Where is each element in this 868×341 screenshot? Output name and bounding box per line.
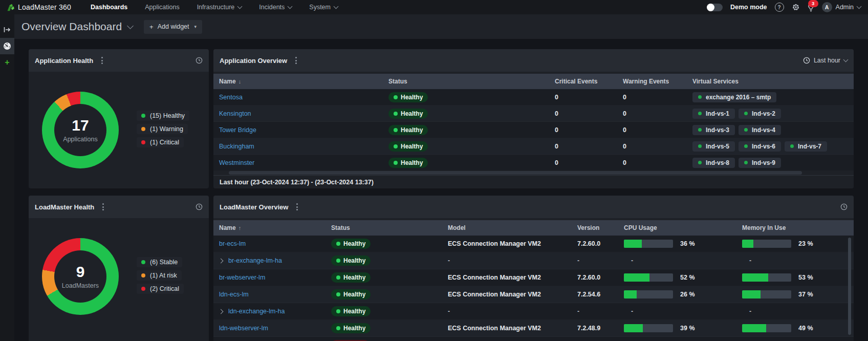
status-label: Healthy bbox=[401, 94, 423, 101]
cpu-usage-value: - bbox=[631, 308, 633, 315]
status-label: Healthy bbox=[343, 291, 365, 298]
status-badge: Healthy bbox=[331, 306, 371, 316]
application-name-link[interactable]: Tower Bridge bbox=[219, 126, 256, 134]
virtual-service-name: lnd-vs-5 bbox=[706, 143, 729, 150]
sidebar-expand-button[interactable] bbox=[0, 22, 14, 38]
nav-item-infrastructure[interactable]: Infrastructure bbox=[197, 4, 242, 11]
user-name: Admin bbox=[836, 4, 854, 11]
memory-in-use-value-bar bbox=[742, 240, 791, 248]
nav-item-system[interactable]: System bbox=[309, 4, 338, 11]
brand[interactable]: LoadMaster 360 bbox=[0, 3, 71, 12]
clock-icon[interactable] bbox=[196, 57, 203, 64]
legend-item-stable[interactable]: (6) Stable bbox=[137, 257, 182, 267]
virtual-service-tag[interactable]: exchange 2016 – smtp bbox=[692, 92, 776, 102]
virtual-service-name: lnd-vs-4 bbox=[752, 126, 775, 134]
application-name-link[interactable]: Sentosa bbox=[219, 94, 243, 101]
cpu-usage-value: 26 % bbox=[680, 291, 695, 298]
memory-in-use-value-bar bbox=[742, 273, 791, 282]
virtual-service-tag[interactable]: lnd-vs-4 bbox=[739, 125, 781, 135]
column-header-model[interactable]: Model bbox=[448, 220, 466, 236]
virtual-service-name: lnd-vs-1 bbox=[706, 110, 729, 117]
service-status-dot bbox=[744, 144, 748, 148]
clock-icon[interactable] bbox=[196, 203, 203, 210]
horizontal-scrollbar[interactable] bbox=[229, 171, 802, 175]
expand-chevron-icon[interactable] bbox=[219, 258, 224, 263]
kebab-menu-icon[interactable] bbox=[99, 55, 105, 66]
legend-item-critical[interactable]: (2) Critical bbox=[137, 284, 184, 294]
donut-center-label: Applications bbox=[63, 136, 97, 143]
column-header-name[interactable]: Name↑ bbox=[219, 220, 241, 236]
column-header-memory-in-use[interactable]: Memory In Use bbox=[742, 220, 786, 236]
kebab-menu-icon[interactable] bbox=[293, 55, 299, 66]
column-header-virtual-services[interactable]: Virtual Services bbox=[692, 74, 739, 89]
virtual-service-tag[interactable]: lnd-vs-7 bbox=[785, 141, 827, 152]
status-label: Healthy bbox=[401, 126, 423, 134]
kebab-menu-icon[interactable] bbox=[294, 201, 300, 212]
sidebar: + bbox=[0, 14, 14, 341]
virtual-service-tag[interactable]: lnd-vs-6 bbox=[739, 141, 781, 152]
nav-item-incidents[interactable]: Incidents bbox=[259, 4, 292, 11]
vertical-scrollbar[interactable] bbox=[848, 238, 851, 335]
settings-button[interactable] bbox=[792, 3, 800, 11]
kebab-menu-icon[interactable] bbox=[100, 201, 106, 212]
column-header-warning-events[interactable]: Warning Events bbox=[623, 74, 669, 89]
application-name-link[interactable]: Buckingham bbox=[219, 143, 254, 150]
loadmaster-name-link[interactable]: br-ecs-lm bbox=[219, 240, 246, 247]
legend-item-warning[interactable]: (1) Warning bbox=[137, 124, 188, 134]
version-value: 7.2.60.0 bbox=[577, 274, 600, 281]
nav-item-applications[interactable]: Applications bbox=[145, 4, 179, 11]
model-value: ECS Connection Manager VM2 bbox=[448, 240, 541, 247]
loadmaster-name-link[interactable]: ldn-ecs-lm bbox=[219, 291, 249, 298]
user-menu[interactable]: A Admin bbox=[822, 2, 861, 12]
column-header-cpu-usage[interactable]: CPU Usage bbox=[624, 220, 657, 236]
sidebar-item-dashboard[interactable] bbox=[0, 38, 14, 54]
sidebar-add-button[interactable]: + bbox=[0, 54, 14, 71]
help-icon[interactable]: ? bbox=[775, 3, 784, 12]
widget-application-health: Application Health 17 Applications (15) … bbox=[29, 49, 209, 188]
cpu-usage-value-bar bbox=[624, 290, 673, 299]
virtual-service-tag[interactable]: lnd-vs-3 bbox=[692, 125, 735, 135]
column-header-status[interactable]: Status bbox=[331, 220, 350, 236]
legend-item-healthy[interactable]: (15) Healthy bbox=[137, 111, 189, 121]
model-value: ECS Connection Manager VM2 bbox=[448, 291, 541, 298]
virtual-service-tag[interactable]: lnd-vs-2 bbox=[739, 109, 781, 119]
version-value: 7.2.48.9 bbox=[577, 325, 600, 332]
loadmaster-name-link[interactable]: br-exchange-lm-ha bbox=[228, 257, 282, 264]
dashboard-title-selector[interactable]: Overview Dashboard bbox=[21, 20, 133, 33]
notifications-button[interactable]: 3 bbox=[808, 3, 814, 12]
cpu-usage-value-bar bbox=[624, 324, 673, 332]
legend-label: (1) Warning bbox=[150, 125, 183, 133]
widget-loadmaster-overview: LoadMaster Overview Name↑StatusModelVers… bbox=[213, 196, 854, 341]
memory-in-use-value: 37 % bbox=[798, 291, 813, 298]
add-widget-button[interactable]: + Add widget ▾ bbox=[144, 20, 202, 34]
column-header-status[interactable]: Status bbox=[388, 74, 407, 89]
virtual-service-tag[interactable]: lnd-vs-9 bbox=[739, 158, 781, 168]
application-name-link[interactable]: Westminster bbox=[219, 159, 254, 166]
virtual-service-name: exchange 2016 – smtp bbox=[706, 94, 771, 101]
virtual-service-tag[interactable]: lnd-vs-8 bbox=[692, 158, 735, 168]
column-header-name[interactable]: Name↓ bbox=[219, 74, 241, 89]
demo-mode-toggle[interactable] bbox=[707, 4, 723, 11]
loadmaster-name-link[interactable]: br-webserver-lm bbox=[219, 274, 265, 281]
chevron-down-icon bbox=[857, 4, 862, 9]
column-header-critical-events[interactable]: Critical Events bbox=[555, 74, 597, 89]
loadmaster-name-link[interactable]: ldn-exchange-lm-ha bbox=[228, 308, 285, 315]
expand-chevron-icon[interactable] bbox=[219, 309, 224, 314]
virtual-service-tag[interactable]: lnd-vs-5 bbox=[692, 141, 735, 152]
service-status-dot bbox=[698, 95, 702, 99]
clock-icon[interactable] bbox=[840, 203, 848, 210]
status-badge: Healthy bbox=[331, 255, 371, 266]
column-header-version[interactable]: Version bbox=[577, 220, 599, 236]
application-name-link[interactable]: Kensington bbox=[219, 110, 251, 117]
memory-in-use-value-bar bbox=[742, 324, 791, 332]
virtual-service-tag[interactable]: lnd-vs-1 bbox=[692, 109, 735, 119]
chart-legend: (15) Healthy(1) Warning(1) Critical bbox=[137, 111, 189, 147]
table-row: ldn-exchange-lm-haHealthy---- bbox=[213, 303, 854, 320]
timerange-button[interactable]: Last hour bbox=[803, 57, 848, 64]
dashboard-content: Application Health 17 Applications (15) … bbox=[14, 39, 868, 341]
legend-item-at-risk[interactable]: (1) At risk bbox=[137, 270, 182, 281]
legend-item-critical[interactable]: (1) Critical bbox=[137, 137, 184, 147]
loadmaster-name-link[interactable]: ldn-webserver-lm bbox=[219, 325, 268, 332]
warning-events-value: 0 bbox=[623, 94, 626, 101]
nav-item-dashboards[interactable]: Dashboards bbox=[91, 4, 127, 11]
